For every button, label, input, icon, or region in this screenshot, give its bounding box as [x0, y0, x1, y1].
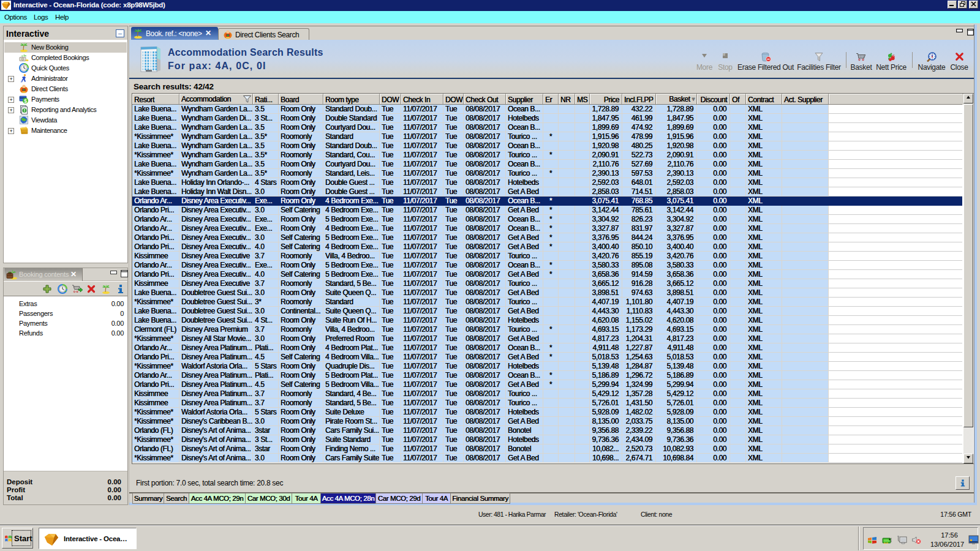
svg-text:$: $ — [24, 98, 27, 104]
